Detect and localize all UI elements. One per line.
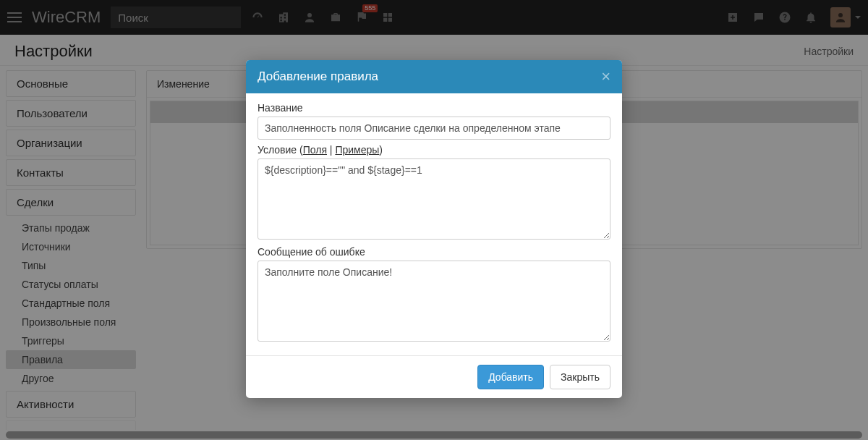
condition-textarea[interactable]	[258, 158, 610, 240]
submit-button[interactable]: Добавить	[477, 365, 544, 389]
modal-title: Добавление правила	[258, 69, 378, 84]
fields-link[interactable]: Поля	[303, 144, 327, 156]
name-label: Название	[258, 102, 610, 114]
error-message-textarea[interactable]	[258, 261, 610, 342]
modal-header: Добавление правила ×	[246, 60, 622, 93]
examples-link[interactable]: Примеры	[335, 144, 379, 156]
close-icon[interactable]: ×	[601, 69, 610, 85]
add-rule-modal: Добавление правила × Название Условие (П…	[246, 60, 622, 398]
name-input[interactable]	[258, 117, 610, 140]
error-message-label: Сообщение об ошибке	[258, 246, 610, 258]
condition-label: Условие (Поля | Примеры)	[258, 144, 610, 156]
cancel-button[interactable]: Закрыть	[550, 365, 610, 389]
